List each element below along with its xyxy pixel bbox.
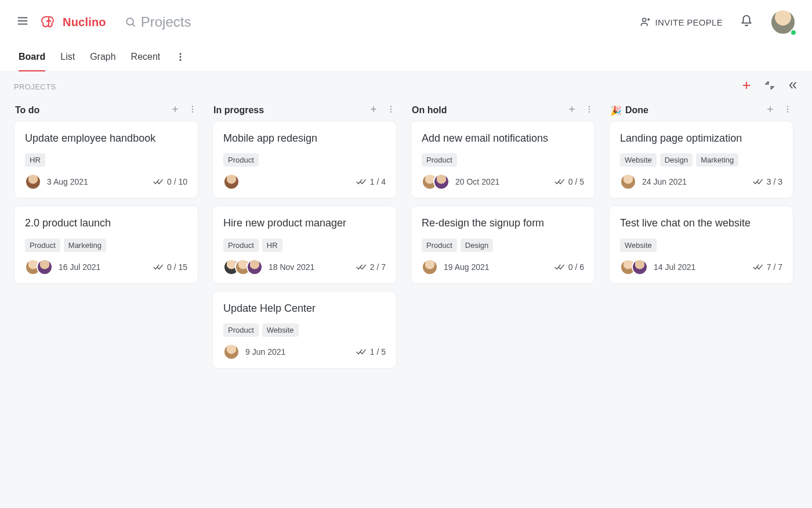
svg-point-3 [126, 18, 133, 25]
avatar [433, 174, 449, 190]
board-columns: To doUpdate employee handbookHR3 Aug 202… [0, 96, 812, 379]
card-footer: 14 Jul 20217 / 7 [620, 259, 782, 275]
board-card[interactable]: Landing page optimizationWebsiteDesignMa… [609, 121, 793, 199]
column-more-icon[interactable] [188, 105, 197, 116]
svg-point-16 [192, 109, 193, 110]
svg-point-15 [192, 106, 193, 107]
tab-graph[interactable]: Graph [90, 46, 115, 71]
avatar [37, 259, 53, 275]
svg-point-17 [192, 111, 193, 112]
add-icon[interactable] [741, 80, 752, 93]
svg-point-26 [589, 109, 590, 110]
column-add-icon[interactable] [369, 105, 378, 116]
card-footer: 24 Jun 20213 / 3 [620, 174, 782, 190]
card-tags: WebsiteDesignMarketing [620, 153, 782, 167]
card-footer: 19 Aug 20210 / 6 [422, 259, 584, 275]
board-card[interactable]: Re-design the signup formProductDesign19… [411, 206, 595, 283]
board-toolbar: PROJECTS [0, 72, 812, 96]
card-date: 24 Jun 2021 [642, 177, 687, 186]
tab-board[interactable]: Board [19, 46, 45, 71]
column-add-icon[interactable] [766, 105, 775, 116]
presence-indicator [790, 29, 797, 36]
board-column: 🎉DoneLanding page optimizationWebsiteDes… [609, 100, 793, 291]
card-date: 3 Aug 2021 [47, 177, 88, 186]
column-more-icon[interactable] [386, 105, 396, 116]
avatar [620, 174, 636, 190]
tabs-more-icon[interactable] [175, 52, 186, 64]
card-date: 19 Aug 2021 [444, 262, 490, 272]
svg-point-32 [787, 111, 788, 112]
card-progress-text: 0 / 5 [568, 177, 584, 186]
svg-point-5 [642, 18, 646, 21]
app-logo[interactable]: Nuclino [39, 15, 106, 30]
column-more-icon[interactable] [585, 105, 594, 116]
collapse-icon[interactable] [764, 80, 775, 93]
svg-point-9 [180, 56, 182, 57]
card-tags: ProductHR [223, 239, 386, 252]
breadcrumb: PROJECTS [14, 82, 56, 91]
card-tags: Product [422, 153, 584, 167]
board-card[interactable]: Test live chat on the websiteWebsite14 J… [609, 206, 793, 283]
tab-list[interactable]: List [60, 46, 75, 71]
tag: Product [223, 323, 259, 337]
column-emoji-icon: 🎉 [610, 105, 622, 116]
notifications-icon[interactable] [740, 15, 753, 30]
card-tags: Product [223, 153, 386, 167]
card-avatars [620, 174, 636, 190]
tab-recent[interactable]: Recent [131, 46, 161, 71]
card-tags: ProductWebsite [223, 323, 386, 337]
tag: Design [461, 239, 493, 252]
card-progress: 0 / 6 [554, 262, 584, 272]
board-column: In progressMobile app redesignProduct1 /… [212, 100, 397, 376]
card-date: 18 Nov 2021 [269, 262, 314, 272]
card-progress-text: 0 / 6 [568, 262, 584, 272]
app-header: Nuclino Projects INVITE PEOPLE [0, 0, 812, 44]
tag: HR [25, 153, 45, 167]
card-progress-text: 7 / 7 [767, 262, 782, 272]
svg-point-8 [180, 53, 182, 55]
board-column: On holdAdd new email notificationsProduc… [411, 100, 595, 291]
tag: Product [422, 239, 457, 252]
board-card[interactable]: Add new email notificationsProduct20 Oct… [411, 121, 595, 199]
card-title: Update Help Center [223, 302, 386, 315]
card-progress: 3 / 3 [753, 177, 782, 186]
avatar [25, 174, 41, 190]
chevron-double-left-icon[interactable] [788, 80, 798, 93]
board-card[interactable]: Update employee handbookHR3 Aug 20210 / … [14, 121, 198, 199]
card-title: Hire new product manager [223, 217, 386, 230]
avatar [422, 259, 438, 275]
avatar [246, 259, 263, 275]
invite-people-button[interactable]: INVITE PEOPLE [640, 17, 723, 27]
card-progress-text: 0 / 10 [167, 177, 187, 186]
column-add-icon[interactable] [567, 105, 577, 116]
card-progress: 1 / 4 [356, 177, 386, 186]
svg-point-21 [390, 109, 392, 110]
board-card[interactable]: 2.0 product launchProductMarketing16 Jul… [14, 206, 198, 283]
column-title: In progress [213, 105, 361, 116]
search-input[interactable]: Projects [125, 14, 191, 30]
menu-icon[interactable] [16, 15, 29, 30]
card-footer: 18 Nov 20212 / 7 [223, 259, 386, 275]
brain-icon [39, 15, 58, 30]
column-header: 🎉Done [609, 100, 793, 121]
tag: HR [262, 239, 282, 252]
card-progress: 0 / 15 [153, 262, 187, 272]
card-progress: 2 / 7 [356, 262, 386, 272]
tag: Marketing [64, 239, 106, 252]
search-placeholder: Projects [141, 14, 191, 30]
card-tags: ProductMarketing [25, 239, 187, 252]
card-progress-text: 1 / 4 [370, 177, 386, 186]
board-card[interactable]: Update Help CenterProductWebsite9 Jun 20… [212, 291, 397, 369]
board-card[interactable]: Hire new product managerProductHR18 Nov … [212, 206, 397, 283]
card-title: Re-design the signup form [422, 217, 584, 230]
board-card[interactable]: Mobile app redesignProduct1 / 4 [212, 121, 397, 199]
card-title: Update employee handbook [25, 132, 187, 145]
user-menu[interactable] [770, 9, 796, 35]
column-title: To do [15, 105, 162, 116]
card-title: Add new email notifications [422, 132, 584, 145]
column-add-icon[interactable] [171, 105, 180, 116]
card-title: 2.0 product launch [25, 217, 187, 230]
column-more-icon[interactable] [783, 105, 792, 116]
card-avatars [223, 259, 263, 275]
board-area: PROJECTS To doUpdate employee handbookHR… [0, 72, 812, 508]
